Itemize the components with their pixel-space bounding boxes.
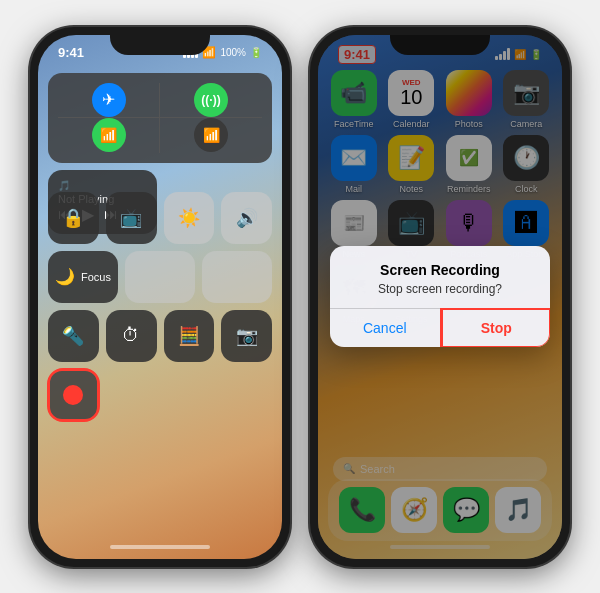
right-screen: 9:41 📶 🔋 📹 FaceTime WED <box>318 35 562 559</box>
focus-cell[interactable]: 🌙 Focus <box>48 251 118 303</box>
status-time: 9:41 <box>58 45 84 60</box>
airplane-cell[interactable]: ✈ <box>58 83 160 118</box>
stop-button-wrapper: Stop <box>441 309 551 347</box>
wifi-control-icon: 📶 <box>100 127 117 143</box>
stop-button[interactable]: Stop <box>441 309 551 347</box>
left-phone: 9:41 📶 100% 🔋 <box>30 27 290 567</box>
cancel-button[interactable]: Cancel <box>330 309 441 347</box>
record-dot-icon <box>63 385 83 405</box>
left-screen: 9:41 📶 100% 🔋 <box>38 35 282 559</box>
volume-cell[interactable]: 🔊 <box>221 192 272 244</box>
cellular-cell[interactable]: ((·)) <box>160 83 262 118</box>
camera-cell[interactable]: 📷 <box>221 310 272 362</box>
volume-icon: 🔊 <box>236 207 258 229</box>
bluetooth-icon: 📶 <box>203 127 220 143</box>
network-block: ✈ ((·)) 📶 <box>48 73 272 163</box>
stop-recording-dialog: Screen Recording Stop screen recording? … <box>330 246 550 347</box>
flashlight-icon: 🔦 <box>62 325 84 347</box>
focus-label: Focus <box>81 271 111 283</box>
battery-label: 100% <box>220 47 246 58</box>
right-phone: 9:41 📶 🔋 📹 FaceTime WED <box>310 27 570 567</box>
brightness-slider[interactable] <box>125 251 195 303</box>
timer-icon: ⏱ <box>122 325 140 346</box>
orientation-lock[interactable]: 🔒 <box>48 192 99 244</box>
screen-mirror[interactable]: 📺 <box>106 192 157 244</box>
dialog-buttons: Cancel Stop <box>330 308 550 347</box>
brightness-cell[interactable]: ☀️ <box>164 192 215 244</box>
notch <box>110 27 210 55</box>
dialog-overlay: Screen Recording Stop screen recording? … <box>318 35 562 559</box>
moon-icon: 🌙 <box>55 267 75 286</box>
dialog-message: Stop screen recording? <box>346 282 534 296</box>
battery-icon: 🔋 <box>250 47 262 58</box>
calculator-icon: 🧮 <box>178 325 200 347</box>
record-button[interactable] <box>48 369 99 421</box>
wifi-cell[interactable]: 📶 <box>58 118 160 153</box>
bluetooth-cell[interactable]: 📶 <box>160 118 262 153</box>
flashlight-cell[interactable]: 🔦 <box>48 310 99 362</box>
calculator-cell[interactable]: 🧮 <box>164 310 215 362</box>
apple-music-icon: 🎵 <box>58 180 71 191</box>
dialog-title: Screen Recording <box>346 262 534 278</box>
camera-icon: 📷 <box>236 325 258 347</box>
cellular-icon: ((·)) <box>201 93 220 107</box>
timer-cell[interactable]: ⏱ <box>106 310 157 362</box>
dialog-content: Screen Recording Stop screen recording? <box>330 246 550 296</box>
volume-slider[interactable] <box>202 251 272 303</box>
now-playing-sublabel: 🎵 <box>58 180 147 191</box>
home-indicator <box>110 545 210 549</box>
brightness-icon: ☀️ <box>178 207 200 229</box>
airplane-icon: ✈ <box>102 90 115 109</box>
